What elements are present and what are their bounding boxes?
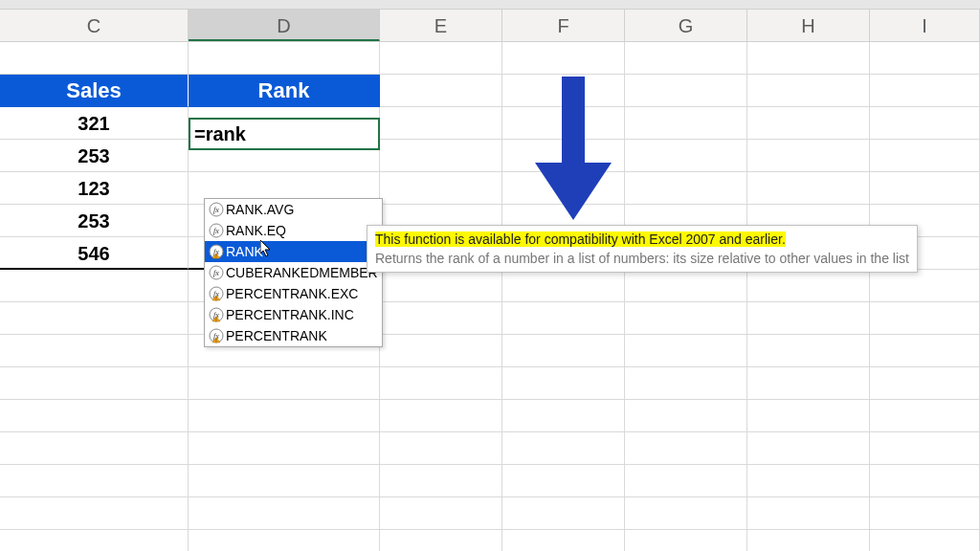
sales-value[interactable]: 321 xyxy=(0,107,189,140)
cell[interactable] xyxy=(502,42,625,75)
cell[interactable] xyxy=(625,140,747,172)
cell[interactable] xyxy=(380,140,502,172)
cell[interactable] xyxy=(747,172,870,205)
cell[interactable] xyxy=(502,465,625,497)
cell[interactable] xyxy=(625,367,747,400)
cell[interactable] xyxy=(747,465,870,497)
cell[interactable] xyxy=(502,302,625,335)
cell[interactable] xyxy=(747,107,870,140)
sales-value[interactable]: 546 xyxy=(0,237,189,270)
cell[interactable] xyxy=(747,140,870,172)
cell[interactable] xyxy=(0,432,189,465)
cell[interactable] xyxy=(0,335,189,367)
cell[interactable] xyxy=(870,302,980,335)
cell[interactable] xyxy=(380,530,502,551)
cell[interactable] xyxy=(870,400,980,432)
cell[interactable] xyxy=(0,270,189,302)
cell[interactable] xyxy=(380,497,502,530)
table-header-sales[interactable]: Sales xyxy=(0,75,189,107)
cell[interactable] xyxy=(870,75,980,107)
cell[interactable] xyxy=(189,367,380,400)
cell[interactable] xyxy=(380,75,502,107)
table-header-rank[interactable]: Rank xyxy=(189,75,380,107)
autocomplete-item-percentrank-inc[interactable]: fx!PERCENTRANK.INC xyxy=(205,304,382,325)
cell[interactable] xyxy=(870,432,980,465)
autocomplete-item-percentrank[interactable]: fx!PERCENTRANK xyxy=(205,325,382,346)
cell[interactable] xyxy=(502,530,625,551)
cell[interactable] xyxy=(870,497,980,530)
cell[interactable] xyxy=(625,302,747,335)
cell[interactable] xyxy=(625,107,747,140)
sales-value[interactable]: 253 xyxy=(0,205,189,237)
autocomplete-item-cuberankedmember[interactable]: fxCUBERANKEDMEMBER xyxy=(205,262,382,283)
column-header-i[interactable]: I xyxy=(870,10,980,41)
cell[interactable] xyxy=(502,367,625,400)
column-header-h[interactable]: H xyxy=(747,10,870,41)
cell[interactable] xyxy=(747,335,870,367)
cell[interactable] xyxy=(502,270,625,302)
cell[interactable] xyxy=(625,497,747,530)
cell[interactable] xyxy=(380,42,502,75)
column-header-c[interactable]: C xyxy=(0,10,189,41)
cell[interactable] xyxy=(625,172,747,205)
cell[interactable] xyxy=(870,270,980,302)
cell[interactable] xyxy=(870,107,980,140)
cell[interactable] xyxy=(747,75,870,107)
cell[interactable] xyxy=(870,42,980,75)
autocomplete-item-percentrank-exc[interactable]: fx!PERCENTRANK.EXC xyxy=(205,283,382,304)
cell[interactable] xyxy=(189,42,380,75)
cell[interactable] xyxy=(380,465,502,497)
cell[interactable] xyxy=(380,107,502,140)
cell[interactable] xyxy=(747,42,870,75)
cell[interactable] xyxy=(0,530,189,551)
autocomplete-item-rank[interactable]: fx!RANK xyxy=(205,241,382,262)
cell[interactable] xyxy=(380,400,502,432)
column-header-g[interactable]: G xyxy=(625,10,747,41)
cell[interactable] xyxy=(380,335,502,367)
cell[interactable] xyxy=(502,335,625,367)
column-header-d[interactable]: D xyxy=(189,10,380,41)
cell[interactable] xyxy=(380,302,502,335)
autocomplete-item-rank-eq[interactable]: fxRANK.EQ xyxy=(205,220,382,241)
function-autocomplete[interactable]: fxRANK.AVGfxRANK.EQfx!RANKfxCUBERANKEDME… xyxy=(204,198,383,347)
cell[interactable] xyxy=(0,400,189,432)
cell[interactable] xyxy=(747,302,870,335)
cell[interactable] xyxy=(747,367,870,400)
cell[interactable] xyxy=(0,367,189,400)
formula-input[interactable] xyxy=(189,118,380,150)
cell[interactable] xyxy=(625,530,747,551)
cell[interactable] xyxy=(502,400,625,432)
cell[interactable] xyxy=(870,140,980,172)
cell[interactable] xyxy=(870,367,980,400)
cell[interactable] xyxy=(870,465,980,497)
cell[interactable] xyxy=(625,270,747,302)
column-header-f[interactable]: F xyxy=(502,10,625,41)
cell[interactable] xyxy=(625,335,747,367)
cell[interactable] xyxy=(625,42,747,75)
cell[interactable] xyxy=(747,530,870,551)
autocomplete-item-rank-avg[interactable]: fxRANK.AVG xyxy=(205,199,382,220)
cell[interactable] xyxy=(380,270,502,302)
cell[interactable] xyxy=(0,497,189,530)
cell[interactable] xyxy=(380,172,502,205)
cell[interactable] xyxy=(747,497,870,530)
cell[interactable] xyxy=(870,172,980,205)
cell[interactable] xyxy=(747,432,870,465)
cell[interactable] xyxy=(625,432,747,465)
cell[interactable] xyxy=(0,42,189,75)
cell[interactable] xyxy=(189,530,380,551)
cell[interactable] xyxy=(625,75,747,107)
cell[interactable] xyxy=(189,432,380,465)
column-header-e[interactable]: E xyxy=(380,10,502,41)
cell[interactable] xyxy=(502,497,625,530)
cell[interactable] xyxy=(625,400,747,432)
cell[interactable] xyxy=(870,530,980,551)
cell[interactable] xyxy=(747,400,870,432)
cell[interactable] xyxy=(189,497,380,530)
cell[interactable] xyxy=(747,270,870,302)
cell[interactable] xyxy=(189,465,380,497)
sales-value[interactable]: 123 xyxy=(0,172,189,205)
cell[interactable] xyxy=(0,465,189,497)
cell[interactable] xyxy=(625,465,747,497)
spreadsheet-grid[interactable]: CDEFGHI SalesRank321253123253546 fxRANK.… xyxy=(0,10,980,551)
